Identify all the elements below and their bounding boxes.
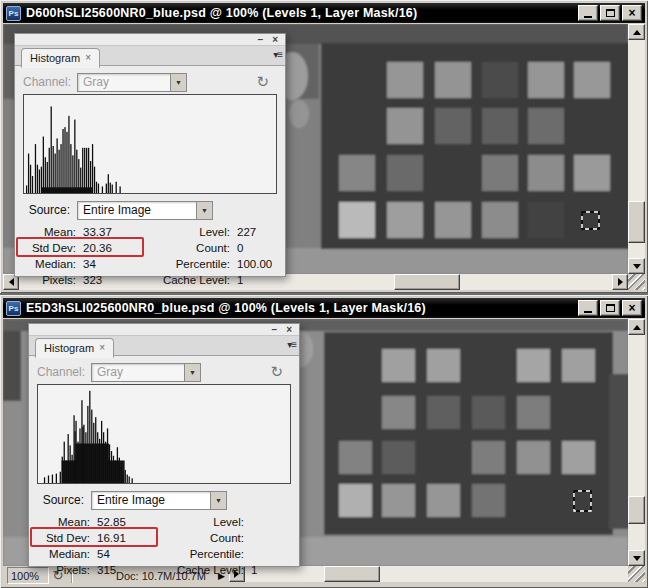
refresh-histogram-icon[interactable]: ↻ [256,73,269,91]
source-value: Entire Image [83,203,151,217]
channel-select[interactable]: Gray ▼ [91,363,201,382]
stat-value: 315 [95,564,155,576]
minimize-icon [584,16,592,18]
window-controls: × [578,300,642,316]
tab-label: Histogram [30,52,80,67]
refresh-histogram-icon[interactable]: ↻ [270,363,283,381]
scroll-right-button[interactable] [612,274,628,290]
stat-label: Count: [155,532,249,544]
window-title: D600hSLI25600NR0_blue.psd @ 100% (Levels… [26,6,417,20]
channel-label: Channel: [23,75,77,89]
stat-value: 1 [249,564,301,576]
stat-label: Cache Level: [155,564,249,576]
horizontal-scroll-thumb[interactable] [324,566,380,582]
source-label: Source: [37,493,91,507]
scroll-down-icon [633,556,641,565]
stat-value: 54 [95,548,155,560]
document-window-d600: Ps D600hSLI25600NR0_blue.psd @ 100% (Lev… [0,0,648,293]
stat-value: 0 [235,242,287,254]
panel-tab-strip: Histogram × ▾≡ [29,335,299,356]
stat-label: Percentile: [155,548,249,560]
vertical-scrollbar[interactable] [628,319,645,566]
scroll-up-button[interactable] [628,24,645,40]
window-title: E5D3hSLI025600NR0_blue.psd @ 100% (Level… [26,301,426,315]
stat-label: Pixels: [15,274,81,286]
stat-label: Percentile: [141,258,235,270]
dropdown-arrow-icon: ▼ [196,202,212,219]
source-label: Source: [23,203,77,217]
dropdown-arrow-icon: ▼ [170,74,186,91]
tab-close-icon[interactable]: × [85,52,91,67]
histogram-panel: – × Histogram × ▾≡ Channel: Gray ▼ ↻ [14,33,286,277]
scroll-up-icon [633,26,641,35]
stat-row: Median:34 Percentile:100.00 [15,256,285,272]
maximize-button[interactable] [600,300,620,316]
photoshop-file-icon: Ps [6,6,21,21]
panel-tab-strip: Histogram × ▾≡ [15,45,285,66]
minimize-button[interactable] [578,300,598,316]
stat-value: 34 [81,258,141,270]
histogram-chart [37,384,291,484]
stat-label: Level: [141,226,235,238]
scroll-up-button[interactable] [628,319,645,335]
tab-histogram[interactable]: Histogram × [21,48,100,68]
dropdown-arrow-icon: ▼ [210,492,226,509]
ps-icon-text: Ps [9,304,19,313]
panel-menu-icon[interactable]: ▾≡ [287,339,296,350]
stat-value: 1 [235,274,287,286]
dropdown-arrow-icon: ▼ [184,364,200,381]
panel-window-controls: – × [272,324,292,335]
channel-select[interactable]: Gray ▼ [77,73,187,92]
panel-window-controls: – × [258,34,278,45]
window-controls: × [578,5,642,21]
tab-histogram[interactable]: Histogram × [35,338,114,358]
std-dev-annotation-box [16,237,144,257]
panel-minimize-icon[interactable]: – [272,324,278,335]
vertical-scrollbar[interactable] [628,24,645,274]
stat-value: 323 [81,274,141,286]
close-icon: × [628,303,635,313]
ps-icon-text: Ps [9,9,19,18]
stat-value: 100.00 [235,258,287,270]
scroll-left-icon [5,278,14,286]
histogram-chart [23,94,277,194]
stat-row: Pixels:315 Cache Level:1 [29,562,299,578]
panel-minimize-icon[interactable]: – [258,34,264,45]
histogram-bars [24,95,276,193]
scroll-down-button[interactable] [628,550,645,566]
maximize-icon [606,304,615,312]
window-resize-grip[interactable] [628,566,645,582]
minimize-button[interactable] [578,5,598,21]
panel-menu-icon[interactable]: ▾≡ [273,49,282,60]
source-select[interactable]: Entire Image ▼ [77,201,213,220]
panel-close-icon[interactable]: × [286,324,292,335]
channel-value: Gray [83,75,109,89]
source-row: Source: Entire Image ▼ [23,200,277,220]
stat-label: Count: [141,242,235,254]
panel-close-icon[interactable]: × [272,34,278,45]
scroll-down-button[interactable] [628,258,645,274]
stat-row: Pixels:323 Cache Level:1 [15,272,285,288]
statistics-block: Mean:52.85 Level: Std Dev:16.91 Count: M… [29,514,299,578]
source-select[interactable]: Entire Image ▼ [91,491,227,510]
document-content-area: – × Histogram × ▾≡ Channel: Gray ▼ ↻ [3,24,645,290]
titlebar[interactable]: Ps E5D3hSLI025600NR0_blue.psd @ 100% (Le… [3,298,645,318]
maximize-button[interactable] [600,5,620,21]
source-row: Source: Entire Image ▼ [37,490,291,510]
stat-row: Median:54 Percentile: [29,546,299,562]
titlebar[interactable]: Ps D600hSLI25600NR0_blue.psd @ 100% (Lev… [3,3,645,23]
horizontal-scroll-thumb[interactable] [394,274,460,290]
channel-value: Gray [97,365,123,379]
photoshop-file-icon: Ps [6,301,21,316]
maximize-icon [606,9,615,17]
tab-close-icon[interactable]: × [99,342,105,357]
stat-label: Median: [29,548,95,560]
vertical-scroll-thumb[interactable] [628,201,645,243]
std-dev-annotation-box [30,527,158,547]
stat-label: Pixels: [29,564,95,576]
close-button[interactable]: × [622,300,642,316]
close-button[interactable]: × [622,5,642,21]
window-resize-grip[interactable] [628,274,645,290]
vertical-scroll-thumb[interactable] [628,496,645,524]
close-icon: × [628,8,635,18]
